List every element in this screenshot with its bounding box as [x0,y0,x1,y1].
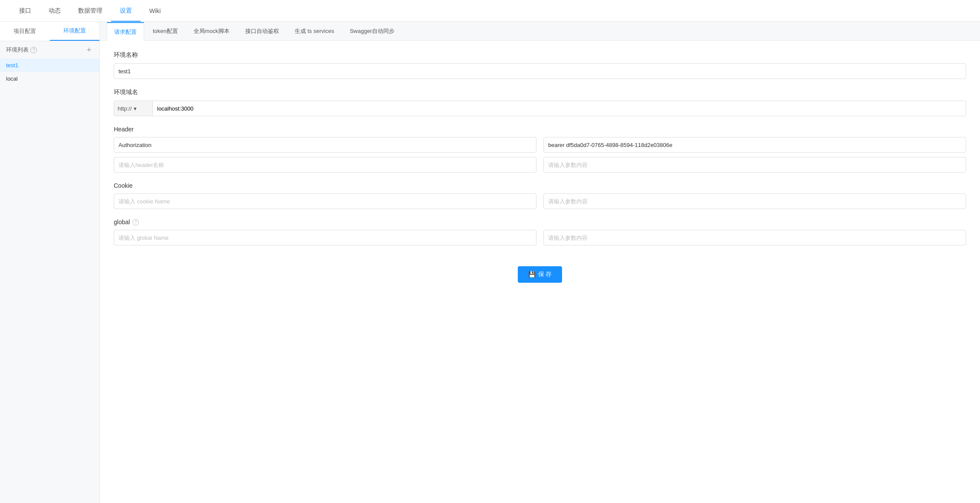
env-item-test1-label: test1 [6,62,18,69]
header-label: Header [114,126,966,133]
main-layout: 项目配置 环境配置 环境列表 ? + test1 local 🗑 请求配置 to… [0,22,980,503]
protocol-select[interactable]: http:// ▾ [114,101,153,116]
nav-jiekou[interactable]: 接口 [10,0,40,22]
header-key-2-input[interactable] [114,157,536,173]
header-group: Header [114,126,966,173]
save-area: 💾 保 存 [114,256,966,283]
env-list-label: 环境列表 [6,46,29,54]
save-icon: 💾 [528,271,536,278]
nav-shujuguanli[interactable]: 数据管理 [69,0,111,22]
global-row-1 [114,230,966,245]
env-list-header-left: 环境列表 ? [6,46,37,54]
right-section: 请求配置 token配置 全局mock脚本 接口自动鉴权 生成 ts servi… [100,22,980,503]
cookie-label: Cookie [114,182,966,189]
sidebar: 项目配置 环境配置 环境列表 ? + test1 local 🗑 [0,22,100,503]
global-key-input[interactable] [114,230,536,245]
global-help-icon[interactable]: ? [132,219,139,225]
global-label: global ? [114,219,966,225]
env-domain-label: 环境域名 [114,88,966,96]
top-nav: 接口 动态 数据管理 设置 Wiki [0,0,980,22]
header-row-2 [114,157,966,173]
env-list-help-icon[interactable]: ? [30,47,37,53]
global-group: global ? [114,219,966,245]
tab-token-config[interactable]: token配置 [146,22,185,41]
add-env-button[interactable]: + [85,46,93,54]
env-item-test1[interactable]: test1 [0,59,99,72]
cookie-value-input[interactable] [543,193,966,209]
header-value-1-input[interactable] [543,137,966,153]
header-value-2-input[interactable] [543,157,966,173]
nav-wiki[interactable]: Wiki [141,0,169,22]
content-area: 环境名称 环境域名 http:// ▾ Header [100,41,980,503]
save-button[interactable]: 💾 保 存 [518,266,562,283]
env-item-local-label: local [6,75,18,82]
sidebar-tabs: 项目配置 环境配置 [0,22,99,41]
nav-dongtai[interactable]: 动态 [40,0,69,22]
cookie-group: Cookie [114,182,966,209]
env-name-group: 环境名称 [114,51,966,79]
env-domain-group: 环境域名 http:// ▾ [114,88,966,116]
save-label: 保 存 [538,271,552,278]
env-name-input[interactable] [114,63,966,79]
tab-mock-script[interactable]: 全局mock脚本 [187,22,237,41]
chevron-down-icon: ▾ [134,105,137,112]
tab-auto-auth[interactable]: 接口自动鉴权 [238,22,286,41]
tab-env-config[interactable]: 环境配置 [50,22,100,41]
content-tabs: 请求配置 token配置 全局mock脚本 接口自动鉴权 生成 ts servi… [100,22,980,41]
nav-shezhi[interactable]: 设置 [111,0,141,22]
env-item-local[interactable]: local 🗑 [0,72,99,85]
tab-swagger-sync[interactable]: Swagger自动同步 [343,22,401,41]
env-name-label: 环境名称 [114,51,966,59]
tab-project-config[interactable]: 项目配置 [0,22,50,41]
cookie-row-1 [114,193,966,209]
global-value-input[interactable] [543,230,966,245]
protocol-value: http:// [118,105,132,112]
domain-input-group: http:// ▾ [114,101,966,116]
header-row-1 [114,137,966,153]
tab-request-config[interactable]: 请求配置 [107,22,144,41]
cookie-key-input[interactable] [114,193,536,209]
domain-input[interactable] [153,101,966,116]
header-key-1-input[interactable] [114,137,536,153]
env-list-header: 环境列表 ? + [0,41,99,59]
tab-ts-services[interactable]: 生成 ts services [288,22,341,41]
